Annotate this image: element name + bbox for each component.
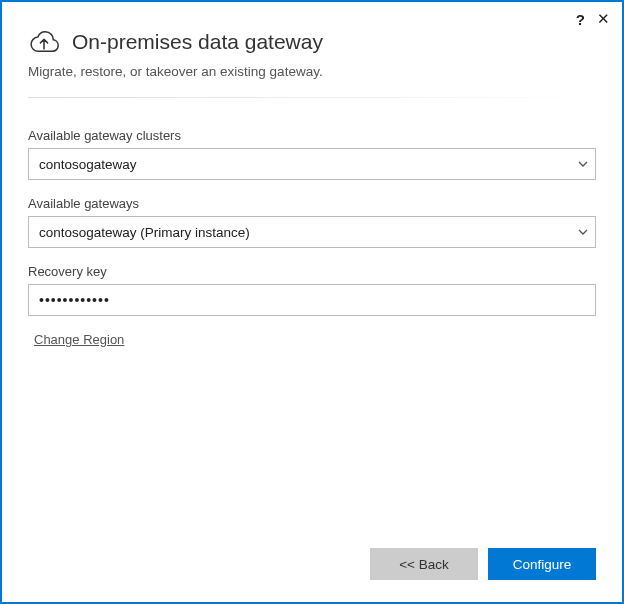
gateways-label: Available gateways: [28, 196, 596, 211]
gateways-select[interactable]: contosogateway (Primary instance): [28, 216, 596, 248]
footer: << Back Configure: [2, 548, 622, 602]
configure-button[interactable]: Configure: [488, 548, 596, 580]
cloud-upload-icon: [28, 28, 60, 56]
form-content: Available gateway clusters contosogatewa…: [2, 128, 622, 548]
gateways-value: contosogateway (Primary instance): [39, 225, 250, 240]
clusters-label: Available gateway clusters: [28, 128, 596, 143]
page-subtitle: Migrate, restore, or takeover an existin…: [2, 60, 622, 97]
recovery-label: Recovery key: [28, 264, 596, 279]
recovery-key-input[interactable]: [28, 284, 596, 316]
page-title: On-premises data gateway: [72, 30, 323, 54]
title-bar: ? ✕: [2, 2, 622, 28]
divider: [28, 97, 596, 98]
header: On-premises data gateway: [2, 28, 622, 60]
clusters-select[interactable]: contosogateway: [28, 148, 596, 180]
help-icon[interactable]: ?: [576, 11, 585, 28]
close-icon[interactable]: ✕: [597, 10, 610, 28]
clusters-value: contosogateway: [39, 157, 137, 172]
back-button[interactable]: << Back: [370, 548, 478, 580]
change-region-link[interactable]: Change Region: [34, 332, 124, 347]
